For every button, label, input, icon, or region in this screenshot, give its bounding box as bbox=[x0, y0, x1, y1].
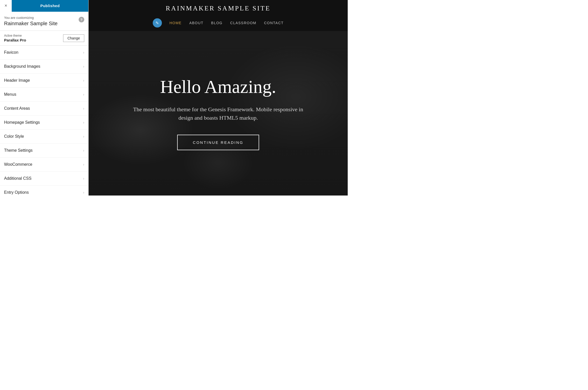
menu-item-label: Menus bbox=[4, 92, 16, 97]
hero-title: Hello Amazing. bbox=[160, 76, 276, 98]
chevron-right-icon: › bbox=[83, 92, 84, 96]
theme-info: Active theme Parallax Pro bbox=[4, 34, 26, 42]
sidebar-menu: Favicon›Background Images›Header Image›M… bbox=[0, 46, 88, 196]
sidebar-topbar: × Published bbox=[0, 0, 88, 12]
chevron-right-icon: › bbox=[83, 120, 84, 124]
menu-item-label: Theme Settings bbox=[4, 148, 33, 153]
theme-name: Parallax Pro bbox=[4, 38, 26, 42]
sidebar-item-menus[interactable]: Menus› bbox=[0, 88, 88, 102]
menu-item-label: Homepage Settings bbox=[4, 120, 40, 125]
main-preview: RAINMAKER SAMPLE SITE ✎ HOMEABOUTBLOGCLA… bbox=[89, 0, 348, 196]
chevron-right-icon: › bbox=[83, 50, 84, 54]
nav-link-blog[interactable]: BLOG bbox=[211, 21, 222, 25]
sidebar: × Published You are customizing Rainmake… bbox=[0, 0, 89, 196]
change-theme-button[interactable]: Change bbox=[63, 34, 84, 42]
menu-item-label: WooCommerce bbox=[4, 162, 32, 167]
sidebar-item-theme-settings[interactable]: Theme Settings› bbox=[0, 144, 88, 158]
nav-link-home[interactable]: HOME bbox=[170, 21, 182, 25]
menu-item-label: Content Areas bbox=[4, 106, 30, 111]
customizing-text: You are customizing Rainmaker Sample Sit… bbox=[4, 16, 58, 26]
menu-item-label: Additional CSS bbox=[4, 176, 32, 181]
chevron-right-icon: › bbox=[83, 134, 84, 138]
site-nav: ✎ HOMEABOUTBLOGCLASSROOMCONTACT bbox=[89, 16, 348, 31]
chevron-right-icon: › bbox=[83, 162, 84, 166]
sidebar-item-color-style[interactable]: Color Style› bbox=[0, 130, 88, 144]
sidebar-item-favicon[interactable]: Favicon› bbox=[0, 46, 88, 60]
menu-item-label: Entry Options bbox=[4, 190, 29, 195]
menu-item-label: Background Images bbox=[4, 64, 40, 69]
sidebar-item-header-image[interactable]: Header Image› bbox=[0, 74, 88, 88]
chevron-right-icon: › bbox=[83, 148, 84, 152]
sidebar-item-homepage-settings[interactable]: Homepage Settings› bbox=[0, 116, 88, 130]
customizing-label: You are customizing bbox=[4, 16, 58, 20]
nav-edit-icon: ✎ bbox=[153, 18, 162, 27]
site-header: RAINMAKER SAMPLE SITE ✎ HOMEABOUTBLOGCLA… bbox=[89, 0, 348, 31]
theme-row: Active theme Parallax Pro Change bbox=[0, 31, 88, 46]
site-title: RAINMAKER SAMPLE SITE bbox=[89, 5, 348, 12]
site-name: Rainmaker Sample Site bbox=[4, 21, 58, 26]
chevron-right-icon: › bbox=[83, 176, 84, 180]
sidebar-item-background-images[interactable]: Background Images› bbox=[0, 60, 88, 74]
sidebar-item-content-areas[interactable]: Content Areas› bbox=[0, 102, 88, 116]
hero-section: Hello Amazing. The most beautiful theme … bbox=[89, 31, 348, 196]
customizing-info: You are customizing Rainmaker Sample Sit… bbox=[0, 12, 88, 31]
help-icon[interactable]: ? bbox=[79, 17, 84, 22]
menu-item-label: Header Image bbox=[4, 78, 30, 83]
menu-item-label: Favicon bbox=[4, 50, 18, 55]
sidebar-item-entry-options[interactable]: Entry Options› bbox=[0, 186, 88, 196]
chevron-right-icon: › bbox=[83, 190, 84, 194]
nav-link-about[interactable]: ABOUT bbox=[189, 21, 204, 25]
chevron-right-icon: › bbox=[83, 64, 84, 68]
chevron-right-icon: › bbox=[83, 106, 84, 110]
nav-link-classroom[interactable]: CLASSROOM bbox=[230, 21, 256, 25]
close-icon: × bbox=[5, 3, 7, 8]
close-button[interactable]: × bbox=[0, 0, 12, 12]
chevron-right-icon: › bbox=[83, 78, 84, 82]
sidebar-item-additional-css[interactable]: Additional CSS› bbox=[0, 172, 88, 186]
sidebar-item-woocommerce[interactable]: WooCommerce› bbox=[0, 158, 88, 172]
menu-item-label: Color Style bbox=[4, 134, 24, 139]
theme-label: Active theme bbox=[4, 34, 26, 37]
hero-subtitle: The most beautiful theme for the Genesis… bbox=[129, 105, 307, 122]
cta-button[interactable]: CONTINUE READING bbox=[177, 135, 259, 150]
published-button[interactable]: Published bbox=[12, 0, 88, 12]
nav-link-contact[interactable]: CONTACT bbox=[264, 21, 284, 25]
